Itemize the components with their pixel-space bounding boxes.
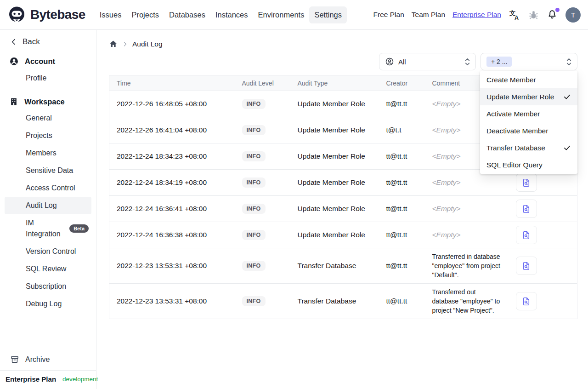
file-search-icon: [521, 204, 531, 214]
sidebar-item-label: Projects: [26, 130, 52, 141]
cell-audit-type: Update Member Role: [298, 196, 386, 222]
cell-actions: [510, 284, 577, 319]
translate-icon[interactable]: 文 A: [509, 9, 520, 21]
home-icon[interactable]: [109, 40, 118, 48]
audit-type-dropdown-menu: Create Member Update Member Role Activat…: [480, 71, 577, 174]
sidebar-item[interactable]: Members: [5, 144, 91, 162]
main-menu: Issues Projects Databases Instances Envi…: [95, 6, 347, 23]
notification-dot: [555, 8, 560, 12]
audit-level-badge: INFO: [242, 261, 266, 271]
sidebar-item-label: Access Control: [26, 183, 75, 194]
file-search-icon: [521, 297, 531, 306]
sidebar-item[interactable]: Sensitive Data: [5, 162, 91, 179]
audit-level-badge: INFO: [242, 125, 266, 135]
user-avatar[interactable]: T: [565, 7, 581, 23]
plan-link[interactable]: Free Plan: [373, 11, 404, 19]
check-icon: [563, 93, 571, 101]
view-detail-button[interactable]: [516, 226, 537, 244]
audit-type-menu-item[interactable]: Transfer Database: [480, 139, 577, 156]
view-detail-button[interactable]: [516, 257, 537, 275]
view-detail-button[interactable]: [516, 292, 537, 310]
sidebar-item-label: Profile: [26, 73, 46, 84]
nav-menu-item[interactable]: Issues: [95, 6, 127, 23]
plan-link[interactable]: Enterprise Plan: [452, 11, 501, 19]
sidebar-item-label: IM Integration: [26, 217, 66, 240]
sidebar-item[interactable]: Audit Log: [5, 197, 91, 214]
sidebar-item-label: Sensitive Data: [26, 165, 73, 176]
sidebar-item[interactable]: Version Control: [5, 243, 91, 260]
cell-comment: Transferred in database "employee" from …: [432, 248, 510, 284]
section-title: Workspace: [24, 97, 65, 106]
cell-audit-type: Update Member Role: [298, 170, 386, 196]
nav-menu-item[interactable]: Settings: [309, 6, 347, 23]
column-header-audit-type: Audit Type: [298, 75, 386, 91]
menu-item-label: Update Member Role: [486, 92, 554, 102]
cell-audit-level: INFO: [242, 222, 298, 248]
breadcrumb: Audit Log: [109, 40, 577, 48]
sidebar-item[interactable]: IM Integration Beta: [5, 214, 91, 243]
bytebase-logo[interactable]: Bytebase: [7, 6, 85, 24]
section-title: Account: [25, 57, 55, 66]
archive-box-icon: [10, 355, 19, 364]
nav-menu-item[interactable]: Databases: [164, 6, 210, 23]
cell-comment: <Empty>: [432, 196, 510, 222]
audit-type-menu-item[interactable]: Deactivate Member: [480, 122, 577, 139]
archive-button[interactable]: Archive: [0, 350, 96, 370]
sidebar-item[interactable]: Debug Log: [5, 295, 91, 313]
bug-icon[interactable]: [528, 10, 539, 20]
cell-audit-type: Transfer Database: [298, 284, 386, 319]
sidebar-item[interactable]: SQL Review: [5, 260, 91, 278]
cell-actions: [510, 248, 577, 284]
cell-creator: tt@tt.tt: [386, 170, 432, 196]
audit-type-menu-item[interactable]: Create Member: [480, 71, 577, 88]
cell-creator: tt@tt.tt: [386, 143, 432, 170]
cell-time: 2022-12-24 16:36:38 +08:00: [109, 222, 242, 248]
top-navbar: Bytebase Issues Projects Databases Insta…: [0, 0, 588, 30]
sidebar-item[interactable]: Access Control: [5, 179, 91, 197]
audit-level-badge: INFO: [242, 204, 266, 214]
topbar-right: Free Plan Team Plan Enterprise Plan 文 A: [373, 7, 581, 23]
cell-audit-level: INFO: [242, 248, 298, 284]
sidebar-item[interactable]: Subscription: [5, 278, 91, 295]
sidebar-item-label: Version Control: [26, 246, 76, 257]
cell-comment: Transferred out database "employee" to p…: [432, 284, 510, 319]
workspace-section-header: Workspace: [0, 94, 96, 109]
cell-audit-type: Transfer Database: [298, 248, 386, 284]
table-row: 2022-12-24 16:36:41 +08:00 INFO Update M…: [109, 196, 577, 222]
menu-item-label: Activate Member: [486, 109, 540, 119]
audit-type-filter-value: + 2 ...: [486, 57, 512, 67]
plan-link[interactable]: Team Plan: [412, 11, 445, 19]
svg-text:A: A: [514, 15, 519, 21]
user-circle-outline-icon: [385, 57, 394, 66]
notifications-bell-icon[interactable]: [547, 9, 558, 20]
sidebar-item[interactable]: General: [5, 109, 91, 127]
cell-creator: tt@tt.tt: [386, 248, 432, 284]
audit-type-filter-select[interactable]: + 2 ...: [481, 53, 577, 70]
column-header-time: Time: [109, 75, 242, 91]
back-button[interactable]: Back: [0, 30, 96, 46]
cell-audit-level: INFO: [242, 143, 298, 170]
cell-creator: t@t.t: [386, 117, 432, 143]
table-row: 2022-12-23 13:53:31 +08:00 INFO Transfer…: [109, 248, 577, 284]
nav-menu-item[interactable]: Instances: [210, 6, 253, 23]
file-search-icon: [521, 230, 531, 240]
menu-item-label: SQL Editor Query: [486, 160, 543, 170]
column-header-creator: Creator: [386, 75, 432, 91]
sidebar-item[interactable]: Profile: [5, 69, 91, 87]
nav-menu-item[interactable]: Environments: [253, 6, 310, 23]
sidebar-item-label: Subscription: [26, 281, 66, 292]
audit-type-menu-item[interactable]: Activate Member: [480, 105, 577, 122]
creator-filter-select[interactable]: All: [379, 53, 476, 70]
beta-badge: Beta: [69, 224, 89, 233]
view-detail-button[interactable]: [516, 200, 537, 218]
cell-comment: <Empty>: [432, 222, 510, 248]
audit-level-badge: INFO: [242, 296, 266, 306]
cell-time: 2022-12-23 13:53:31 +08:00: [109, 284, 242, 319]
comment-text: Transferred in database "employee" from …: [432, 252, 503, 280]
audit-type-menu-item[interactable]: SQL Editor Query: [480, 156, 577, 173]
view-detail-button[interactable]: [516, 173, 537, 192]
nav-menu-item[interactable]: Projects: [126, 6, 164, 23]
audit-type-menu-item[interactable]: Update Member Role: [480, 88, 577, 105]
sidebar-item[interactable]: Projects: [5, 127, 91, 144]
cell-time: 2022-12-26 16:41:04 +08:00: [109, 117, 242, 143]
